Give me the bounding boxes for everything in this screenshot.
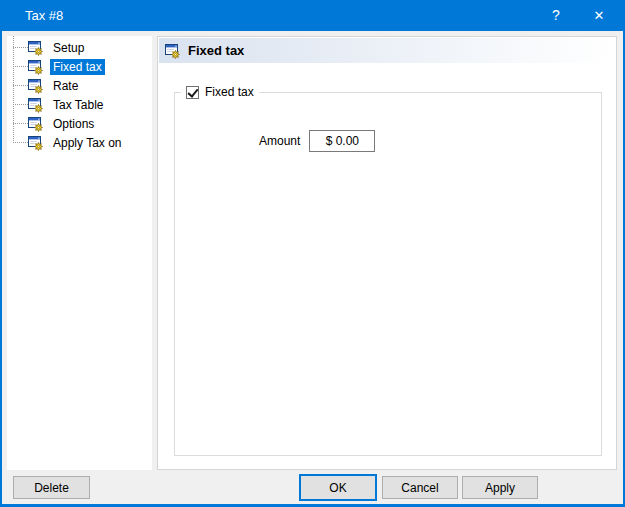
amount-row: Amount bbox=[259, 130, 375, 152]
tree-item-rate[interactable]: Rate bbox=[7, 76, 152, 95]
delete-button[interactable]: Delete bbox=[13, 476, 90, 499]
tax-dialog-window: Tax #8 ? ✕ Setup Fixed tax Rate Tax bbox=[0, 0, 625, 507]
amount-label: Amount bbox=[259, 130, 300, 152]
help-button[interactable]: ? bbox=[536, 0, 576, 31]
close-icon: ✕ bbox=[594, 8, 605, 23]
tree-item-label: Apply Tax on bbox=[50, 135, 125, 151]
tree-item-label: Rate bbox=[50, 78, 81, 94]
close-button[interactable]: ✕ bbox=[579, 0, 619, 31]
fixed-tax-groupbox: Fixed tax Amount bbox=[174, 85, 602, 456]
cancel-button[interactable]: Cancel bbox=[382, 476, 458, 499]
nav-tree: Setup Fixed tax Rate Tax Table Options A… bbox=[7, 36, 152, 152]
tree-item-label-selected: Fixed tax bbox=[50, 59, 105, 75]
tax-form-icon bbox=[28, 59, 44, 75]
help-icon: ? bbox=[552, 7, 560, 23]
tree-item-tax-table[interactable]: Tax Table bbox=[7, 95, 152, 114]
tax-form-icon bbox=[28, 40, 44, 56]
tree-item-options[interactable]: Options bbox=[7, 114, 152, 133]
content-panel: Fixed tax Fixed tax Amount bbox=[157, 36, 617, 470]
fixed-tax-legend: Fixed tax bbox=[181, 85, 259, 99]
tree-item-setup[interactable]: Setup bbox=[7, 38, 152, 57]
tax-form-icon bbox=[28, 97, 44, 113]
tax-form-icon bbox=[165, 43, 181, 59]
tree-item-label: Tax Table bbox=[50, 97, 106, 113]
content-header: Fixed tax bbox=[159, 38, 615, 63]
tree-item-label: Options bbox=[50, 116, 97, 132]
apply-button[interactable]: Apply bbox=[462, 476, 538, 499]
tree-item-fixed-tax[interactable]: Fixed tax bbox=[7, 57, 152, 76]
tree-item-apply-tax-on[interactable]: Apply Tax on bbox=[7, 133, 152, 152]
tax-form-icon bbox=[28, 116, 44, 132]
fixed-tax-checkbox[interactable] bbox=[186, 86, 199, 99]
nav-tree-panel: Setup Fixed tax Rate Tax Table Options A… bbox=[7, 36, 152, 470]
tree-item-label: Setup bbox=[50, 40, 87, 56]
tax-form-icon bbox=[28, 135, 44, 151]
window-title: Tax #8 bbox=[25, 8, 63, 23]
amount-input[interactable] bbox=[309, 130, 375, 152]
titlebar: Tax #8 ? ✕ bbox=[0, 0, 625, 31]
page-title: Fixed tax bbox=[188, 43, 244, 58]
ok-button[interactable]: OK bbox=[299, 474, 377, 501]
fixed-tax-checkbox-label: Fixed tax bbox=[205, 85, 254, 99]
tax-form-icon bbox=[28, 78, 44, 94]
